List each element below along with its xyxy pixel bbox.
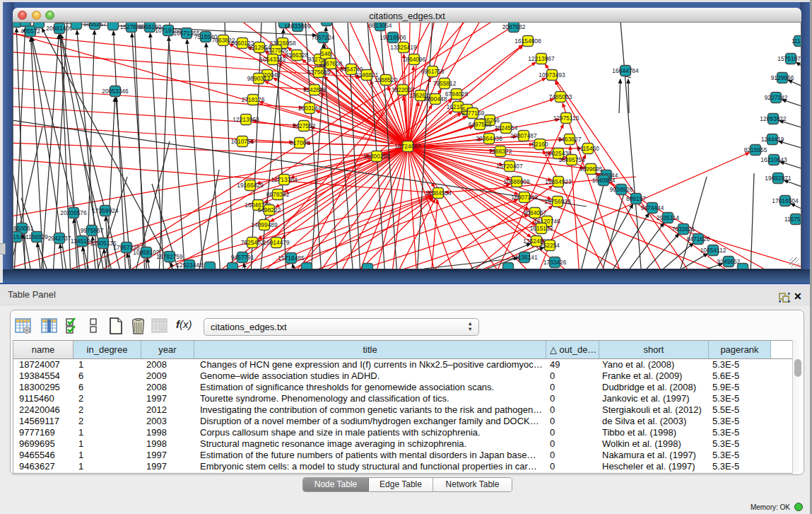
svg-text:17359924: 17359924 — [92, 207, 119, 214]
svg-text:9777169: 9777169 — [461, 110, 485, 117]
svg-text:20053346: 20053346 — [102, 88, 129, 95]
svg-text:17016504: 17016504 — [772, 197, 799, 204]
svg-text:62160: 62160 — [531, 141, 548, 148]
svg-text:2718176: 2718176 — [242, 96, 265, 103]
svg-text:8186328: 8186328 — [286, 52, 309, 59]
svg-text:19756928: 19756928 — [544, 198, 571, 205]
svg-text:16644784: 16644784 — [612, 67, 639, 74]
svg-text:8427552: 8427552 — [293, 122, 316, 129]
svg-text:10688609: 10688609 — [503, 178, 530, 185]
svg-text:2942737: 2942737 — [48, 235, 71, 242]
svg-text:20691406: 20691406 — [46, 25, 73, 32]
svg-text:1733426: 1733426 — [543, 259, 567, 266]
svg-text:405572: 405572 — [20, 28, 40, 35]
svg-text:1610755: 1610755 — [231, 138, 254, 145]
svg-text:1588520: 1588520 — [375, 76, 398, 83]
svg-text:16782759: 16782759 — [156, 253, 183, 260]
svg-text:14136141: 14136141 — [511, 254, 538, 261]
svg-text:889197: 889197 — [626, 195, 646, 202]
svg-text:9457791: 9457791 — [231, 254, 254, 261]
svg-text:10654112: 10654112 — [700, 247, 726, 254]
svg-text:7625402: 7625402 — [241, 239, 264, 246]
svg-text:16210643: 16210643 — [760, 156, 787, 163]
svg-text:391549: 391549 — [13, 233, 26, 240]
svg-text:2087682: 2087682 — [502, 23, 526, 30]
svg-text:20364436: 20364436 — [476, 135, 502, 142]
svg-text:6794028: 6794028 — [445, 90, 469, 98]
svg-text:817006: 817006 — [290, 139, 310, 146]
svg-text:1615132: 1615132 — [530, 225, 553, 232]
svg-text:20206576: 20206576 — [60, 209, 87, 216]
svg-text:2935114: 2935114 — [657, 214, 679, 221]
svg-text:546: 546 — [321, 50, 331, 57]
svg-text:10958107: 10958107 — [133, 249, 160, 256]
svg-text:13325419: 13325419 — [390, 44, 417, 51]
svg-text:8375685: 8375685 — [307, 69, 331, 76]
svg-text:18495756: 18495756 — [558, 156, 585, 163]
svg-text:18724007: 18724007 — [394, 143, 421, 150]
svg-text:1640954: 1640954 — [592, 177, 616, 184]
svg-text:18300295: 18300295 — [363, 153, 390, 160]
svg-text:7955812: 7955812 — [433, 80, 457, 87]
svg-text:14099489: 14099489 — [251, 221, 278, 228]
svg-text:9699695: 9699695 — [579, 165, 603, 173]
svg-text:19384554: 19384554 — [425, 189, 452, 197]
svg-text:10807487: 10807487 — [510, 132, 537, 139]
svg-text:8471626: 8471626 — [687, 235, 710, 243]
svg-text:9242848: 9242848 — [303, 86, 326, 93]
svg-text:12213963: 12213963 — [233, 116, 259, 123]
svg-text:10543362: 10543362 — [259, 56, 286, 63]
svg-text:9115460: 9115460 — [577, 145, 599, 152]
svg-text:16033809: 16033809 — [284, 23, 311, 30]
svg-text:2367608: 2367608 — [319, 60, 343, 67]
svg-text:19166829: 19166829 — [237, 182, 264, 189]
svg-text:16914479: 16914479 — [263, 239, 290, 246]
svg-text:12713364: 12713364 — [271, 176, 298, 183]
svg-text:12975115: 12975115 — [553, 115, 579, 122]
svg-text:19654923: 19654923 — [545, 178, 572, 185]
svg-text:9474444: 9474444 — [641, 204, 664, 211]
svg-text:12213967: 12213967 — [528, 55, 555, 62]
svg-text:9084067: 9084067 — [524, 209, 547, 216]
svg-text:15716485: 15716485 — [278, 255, 305, 262]
svg-text:7485003: 7485003 — [549, 93, 572, 100]
svg-text:1864096: 1864096 — [403, 56, 426, 63]
svg-text:8215955: 8215955 — [744, 146, 767, 153]
svg-text:9463627: 9463627 — [558, 136, 582, 143]
svg-text:7632621: 7632621 — [672, 226, 695, 233]
svg-text:9938928: 9938928 — [610, 186, 633, 193]
svg-text:18807249: 18807249 — [511, 194, 538, 201]
svg-text:6961758: 6961758 — [421, 68, 445, 75]
svg-text:6497568: 6497568 — [469, 121, 492, 128]
svg-text:8990448: 8990448 — [424, 95, 447, 103]
svg-text:12923448: 12923448 — [176, 262, 203, 269]
svg-text:7857224: 7857224 — [312, 34, 335, 41]
svg-text:8813054: 8813054 — [369, 23, 392, 29]
svg-text:1156829: 1156829 — [25, 233, 48, 240]
svg-text:9327505: 9327505 — [265, 47, 288, 54]
svg-text:15751074: 15751074 — [777, 55, 801, 62]
svg-text:19692971: 19692971 — [765, 175, 792, 182]
svg-text:2803144: 2803144 — [298, 105, 322, 112]
svg-text:1244419: 1244419 — [761, 136, 784, 143]
svg-text:9975867: 9975867 — [81, 227, 104, 234]
svg-text:10973493: 10973493 — [539, 71, 565, 78]
svg-text:1167533: 1167533 — [784, 216, 801, 223]
svg-text:19218506: 19218506 — [379, 34, 406, 41]
svg-text:252254: 252254 — [540, 242, 560, 249]
svg-text:8878342: 8878342 — [266, 191, 290, 198]
svg-text:11124: 11124 — [792, 37, 801, 45]
svg-text:7986372: 7986372 — [489, 148, 512, 155]
svg-text:9890312: 9890312 — [247, 75, 271, 82]
svg-text:1055267: 1055267 — [83, 23, 107, 28]
svg-text:15720407: 15720407 — [496, 163, 523, 170]
svg-text:9227342: 9227342 — [765, 94, 788, 101]
svg-text:5498222: 5498222 — [258, 206, 281, 214]
svg-text:12093822: 12093822 — [760, 115, 787, 122]
svg-text:9245652: 9245652 — [717, 258, 741, 265]
svg-text:9129966: 9129966 — [771, 74, 794, 81]
svg-text:16154808: 16154808 — [514, 37, 541, 45]
svg-text:3824554: 3824554 — [495, 124, 518, 132]
svg-text:8850061: 8850061 — [13, 225, 34, 232]
svg-text:12505135: 12505135 — [90, 240, 117, 247]
